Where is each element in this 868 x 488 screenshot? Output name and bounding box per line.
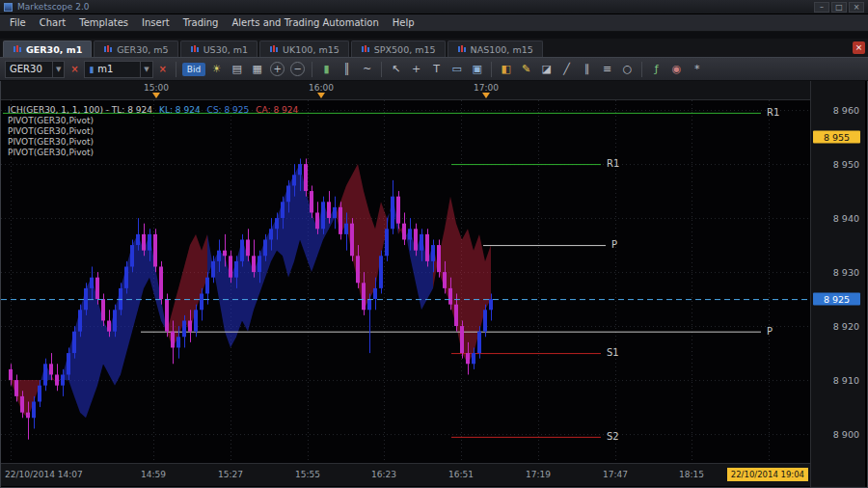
time-tick-label: 18:15 (679, 470, 704, 479)
maximize-button[interactable]: □ (831, 2, 847, 13)
toolbar-separator (176, 62, 176, 77)
tab-label: SPX500, m15 (374, 44, 436, 55)
price-badge-high: 8 955 (813, 131, 860, 144)
remove-timeframe-button[interactable]: × (156, 64, 170, 74)
candle-body (153, 234, 157, 267)
candle-body (124, 266, 128, 287)
line-tool-icon[interactable]: ╱ (557, 60, 576, 78)
current-time-badge: 22/10/2014 19:04 (727, 468, 808, 481)
menu-item-help[interactable]: Help (386, 15, 421, 30)
candle-body (350, 224, 354, 257)
price-chart-canvas[interactable]: R1R1PPS1S2 (1, 100, 810, 463)
minimize-button[interactable]: – (814, 2, 829, 13)
timeframe-dropdown[interactable]: ▮ m1 ▼ (84, 61, 152, 78)
channel-tool-icon[interactable]: ∥ (578, 60, 596, 78)
candle-body (159, 266, 163, 299)
candle-body (176, 337, 180, 347)
toolbar-separator (381, 62, 382, 77)
candle-body (483, 310, 487, 331)
price-tick-label: 8 950 (833, 159, 859, 170)
candle-body (14, 380, 18, 396)
candle-body (281, 202, 285, 218)
tab-ger30-m5[interactable]: GER30, m5 (94, 41, 177, 57)
tab-spx500-m15[interactable]: SPX500, m15 (351, 41, 446, 57)
candle-body (43, 364, 47, 385)
zoom-out-icon[interactable]: − (290, 62, 305, 76)
pointer-icon[interactable]: ↖ (387, 60, 405, 78)
indicator-icon[interactable]: ƒ (647, 60, 665, 78)
chart-tab-bar: GER30, m1GER30, m5US30, m1UK100, m15SPX5… (0, 39, 868, 57)
zoom-in-icon[interactable]: + (270, 62, 285, 76)
candle-body (20, 396, 24, 413)
menu-item-alerts-and-trading-automation[interactable]: Alerts and Trading Automation (225, 15, 385, 30)
candle-body (408, 229, 412, 239)
tab-uk100-m15[interactable]: UK100, m15 (259, 41, 349, 57)
ellipse-tool-icon[interactable]: ○ (618, 60, 637, 78)
time-tick-label: 22/10/2014 14:07 (5, 470, 83, 479)
settings-icon[interactable]: * (688, 60, 706, 78)
candle-body (171, 332, 175, 348)
app-icon (4, 3, 13, 12)
instrument-dropdown[interactable]: GER30 ▼ (5, 61, 65, 78)
session-marker-icon (317, 93, 325, 98)
candle-body (454, 305, 458, 326)
paint-icon[interactable]: ◧ (497, 60, 515, 78)
time-axis-bottom[interactable]: 22/10/2014 14:0714:5915:2715:5516:2316:5… (1, 463, 810, 486)
snapshot-layout-icon[interactable]: ▤ (228, 60, 246, 78)
candle-body (182, 320, 186, 337)
pivot-label-s1: S1 (607, 347, 619, 358)
timeframe-value: m1 (97, 64, 136, 74)
candle-body (107, 320, 111, 331)
candle-body (269, 229, 273, 239)
candle-body (78, 310, 82, 331)
fibonacci-icon[interactable]: ≡ (598, 60, 616, 78)
price-tick-label: 8 930 (833, 267, 859, 278)
candle-body (333, 207, 337, 218)
candle-body (136, 234, 140, 245)
time-tick-label: 16:51 (448, 470, 474, 479)
menu-item-insert[interactable]: Insert (135, 15, 176, 30)
close-chart-button[interactable]: × (853, 41, 865, 54)
camera-icon[interactable]: ▣ (468, 60, 486, 78)
candle-body (286, 185, 290, 202)
menu-item-trading[interactable]: Trading (176, 15, 226, 30)
comment-icon[interactable]: ▭ (448, 60, 466, 78)
tab-us30-m1[interactable]: US30, m1 (180, 41, 258, 57)
chart-type-line-icon[interactable]: ~ (358, 60, 376, 78)
pencil-icon[interactable]: ✎ (517, 60, 535, 78)
chart-plot-area[interactable]: R1R1PPS1S2 ICH(GER30, 1, 1, 100) - TL: 8… (1, 100, 810, 463)
grid-toggle-icon[interactable]: ▦ (248, 60, 266, 78)
tab-ger30-m1[interactable]: GER30, m1 (3, 41, 92, 57)
instrument-value: GER30 (10, 64, 48, 74)
candle-body (448, 288, 452, 305)
candle-body (84, 288, 88, 310)
chart-type-candle-icon[interactable]: ▮ (317, 60, 336, 78)
eraser-icon[interactable]: ◪ (537, 60, 556, 78)
candle-body (142, 234, 146, 251)
candle-body (472, 353, 475, 364)
time-axis-top[interactable]: 15:0016:0017:00 (1, 81, 810, 100)
close-button[interactable]: × (849, 2, 864, 13)
candle-body (148, 234, 151, 251)
price-axis[interactable]: 8 9608 9508 9408 9308 9208 9108 9008 955… (810, 81, 865, 487)
brightness-icon[interactable]: ☀ (207, 60, 226, 78)
candle-body (252, 256, 256, 272)
candle-body (61, 374, 65, 385)
bid-price-toggle[interactable]: Bid (182, 63, 205, 76)
candle-body (379, 256, 383, 288)
alert-icon[interactable]: ◉ (667, 60, 686, 78)
candle-body (489, 299, 493, 310)
candle-body (223, 251, 227, 257)
chevron-down-icon: ▼ (52, 62, 64, 77)
menu-item-templates[interactable]: Templates (72, 15, 135, 30)
price-tick-label: 8 910 (833, 375, 859, 386)
crosshair-icon[interactable]: + (407, 60, 425, 78)
chart-window: 15:0016:0017:00 R1R1PPS1S2 ICH(GER30, 1,… (0, 81, 868, 488)
menu-item-file[interactable]: File (3, 15, 33, 30)
tab-nas100-m15[interactable]: NAS100, m15 (448, 41, 543, 57)
chart-type-bar-icon[interactable]: ║ (338, 60, 356, 78)
candle-body (315, 212, 319, 229)
remove-instrument-button[interactable]: × (68, 64, 81, 74)
menu-item-chart[interactable]: Chart (33, 15, 72, 30)
text-tool-icon[interactable]: T (427, 60, 446, 78)
